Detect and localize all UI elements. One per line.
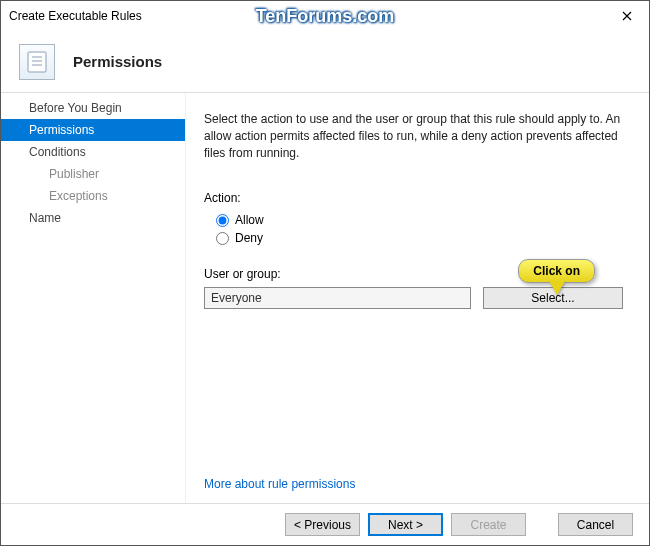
sidebar-item-permissions[interactable]: Permissions — [1, 119, 185, 141]
radio-deny[interactable]: Deny — [204, 229, 623, 247]
radio-deny-input[interactable] — [216, 232, 229, 245]
sidebar-item-before-you-begin[interactable]: Before You Begin — [1, 97, 185, 119]
wizard-steps-sidebar: Before You Begin Permissions Conditions … — [1, 93, 186, 503]
sidebar-item-publisher[interactable]: Publisher — [1, 163, 185, 185]
cancel-button[interactable]: Cancel — [558, 513, 633, 536]
instruction-text: Select the action to use and the user or… — [204, 111, 623, 161]
svg-rect-0 — [28, 52, 46, 72]
previous-button[interactable]: < Previous — [285, 513, 360, 536]
sidebar-item-conditions[interactable]: Conditions — [1, 141, 185, 163]
wizard-footer: < Previous Next > Create Cancel — [1, 503, 649, 545]
close-button[interactable] — [604, 1, 649, 31]
window-title: Create Executable Rules — [9, 9, 142, 23]
titlebar: Create Executable Rules — [1, 1, 649, 31]
radio-deny-label: Deny — [235, 231, 263, 245]
content-panel: Select the action to use and the user or… — [186, 93, 649, 503]
next-button[interactable]: Next > — [368, 513, 443, 536]
radio-allow[interactable]: Allow — [204, 211, 623, 229]
rules-icon — [19, 44, 55, 80]
radio-allow-input[interactable] — [216, 214, 229, 227]
create-button: Create — [451, 513, 526, 536]
page-title: Permissions — [73, 53, 162, 70]
wizard-header: Permissions — [1, 31, 649, 93]
user-group-label: User or group: — [204, 267, 623, 281]
sidebar-item-exceptions[interactable]: Exceptions — [1, 185, 185, 207]
radio-allow-label: Allow — [235, 213, 264, 227]
user-group-input[interactable] — [204, 287, 471, 309]
more-info-link[interactable]: More about rule permissions — [204, 477, 355, 491]
sidebar-item-name[interactable]: Name — [1, 207, 185, 229]
action-label: Action: — [204, 191, 623, 205]
select-button[interactable]: Select... — [483, 287, 623, 309]
